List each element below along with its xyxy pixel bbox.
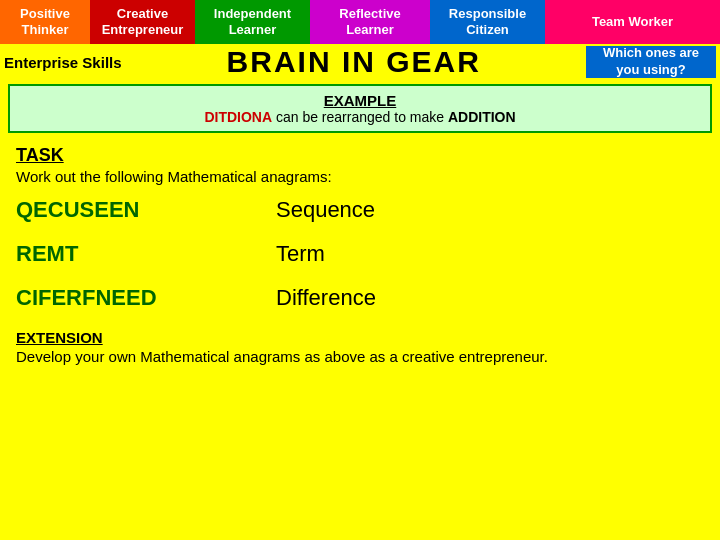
nav-item-independent-learner[interactable]: Independent Learner [195,0,310,44]
anagram-answer: Term [276,241,325,267]
nav-label-team-worker: Team Worker [592,14,673,30]
anagram-answer: Sequence [276,197,375,223]
nav-bar: Positive Thinker Creative Entrepreneur I… [0,0,720,44]
anagram-scrambled: CIFERFNEED [16,285,276,311]
nav-label-reflective-learner: Reflective Learner [316,6,424,37]
nav-label-independent-learner: Independent Learner [201,6,304,37]
example-text: DITDIONA can be rearranged to make ADDIT… [20,109,700,125]
anagram-answer: Difference [276,285,376,311]
example-box: EXAMPLE DITDIONA can be rearranged to ma… [8,84,712,133]
example-middle-text: can be rearranged to make [272,109,448,125]
nav-item-positive-thinker[interactable]: Positive Thinker [0,0,90,44]
example-answer: ADDITION [448,109,516,125]
anagram-scrambled: QECUSEEN [16,197,276,223]
task-label: TASK [16,145,704,166]
anagram-row: REMTTerm [16,241,704,267]
nav-label-creative-entrepreneur: Creative Entrepreneur [96,6,189,37]
main-content: TASK Work out the following Mathematical… [0,137,720,377]
brain-in-gear-title: BRAIN IN GEAR [122,45,586,79]
extension-text: Develop your own Mathematical anagrams a… [16,346,704,369]
anagram-row: CIFERFNEEDDifference [16,285,704,311]
which-ones-box: Which ones are you using? [586,46,716,78]
anagram-scrambled: REMT [16,241,276,267]
task-description: Work out the following Mathematical anag… [16,168,704,185]
nav-item-responsible-citizen[interactable]: Responsible Citizen [430,0,545,44]
nav-item-creative-entrepreneur[interactable]: Creative Entrepreneur [90,0,195,44]
nav-label-positive-thinker: Positive Thinker [6,6,84,37]
which-ones-text: Which ones are you using? [594,45,708,79]
anagram-row: QECUSEENSequence [16,197,704,223]
nav-item-team-worker[interactable]: Team Worker [545,0,720,44]
example-title: EXAMPLE [20,92,700,109]
nav-label-responsible-citizen: Responsible Citizen [436,6,539,37]
anagram-list: QECUSEENSequenceREMTTermCIFERFNEEDDiffer… [16,197,704,311]
example-scrambled: DITDIONA [204,109,272,125]
nav-item-reflective-learner[interactable]: Reflective Learner [310,0,430,44]
header-row: Enterprise Skills BRAIN IN GEAR Which on… [0,44,720,80]
enterprise-skills-label: Enterprise Skills [4,54,122,71]
extension-label: EXTENSION [16,329,704,346]
